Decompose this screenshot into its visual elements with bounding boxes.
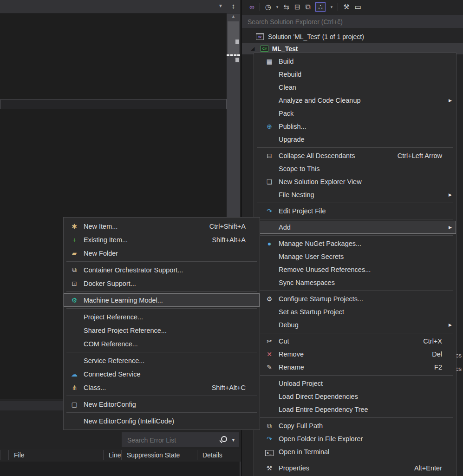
solution-explorer-search-input[interactable]	[247, 15, 453, 29]
menu-item-new-editorconfig-intellicode[interactable]: New EditorConfig (IntelliCode)	[64, 414, 260, 428]
show-all-files-icon[interactable]: ⧉	[305, 3, 310, 11]
menu-item-upgrade[interactable]: Upgrade	[254, 133, 456, 146]
add-submenu: ✱New Item...Ctrl+Shift+A+Existing Item..…	[63, 217, 260, 430]
search-dropdown-icon[interactable]: ▼	[231, 438, 235, 443]
navbar-dropdown-icon[interactable]: ▼	[218, 3, 223, 8]
menu-separator	[257, 417, 453, 418]
menu-item-label: Build	[279, 58, 442, 65]
submenu-arrow-icon: ▶	[449, 98, 456, 103]
build-icon: ▦	[263, 58, 275, 65]
menu-item-label: Container Orchestrator Support...	[84, 266, 246, 274]
scrollbar-thumb[interactable]	[228, 21, 239, 54]
column-header-details[interactable]: Details	[197, 450, 228, 460]
menu-item-sync-namespaces[interactable]: Sync Namespaces	[254, 276, 456, 289]
menu-item-edit-project-file[interactable]: ↷Edit Project File	[254, 205, 456, 218]
menu-item-new-item[interactable]: ✱New Item...Ctrl+Shift+A	[64, 219, 260, 233]
menu-item-project-reference[interactable]: Project Reference...	[64, 310, 260, 324]
project-label: ML_Test	[272, 45, 298, 53]
menu-separator	[66, 352, 257, 352]
column-header-blank[interactable]	[0, 450, 8, 460]
properties-icon[interactable]: ⚒	[343, 3, 349, 11]
menu-item-copy-full-path[interactable]: ⧉Copy Full Path	[254, 419, 456, 432]
menu-separator	[66, 308, 257, 309]
menu-item-label: Analyze and Code Cleanup	[279, 97, 442, 104]
menu-item-set-as-startup-project[interactable]: Set as Startup Project	[254, 305, 456, 318]
column-header-suppression-state[interactable]: Suppression State	[121, 450, 197, 460]
menu-item-machine-learning-model[interactable]: ⚙Machine Learning Model...	[64, 293, 260, 307]
menu-item-cut[interactable]: ✂CutCtrl+X	[254, 335, 456, 348]
ml-model-icon: ⚙	[68, 297, 80, 304]
menu-item-new-folder[interactable]: ▰New Folder	[64, 246, 260, 260]
menu-item-publish[interactable]: ⊕Publish...	[254, 120, 456, 133]
menu-item-file-nesting[interactable]: File Nesting▶	[254, 188, 456, 201]
splitter-line[interactable]	[227, 54, 240, 56]
solution-label: Solution 'ML_Test' (1 of 1 project)	[268, 33, 364, 40]
dropdown-caret-icon[interactable]: ▾	[331, 3, 333, 11]
dropdown-caret-icon[interactable]: ▾	[276, 3, 279, 11]
menu-item-label: Add	[279, 224, 442, 231]
menu-item-label: New EditorConfig	[84, 401, 246, 408]
menu-item-properties[interactable]: ⚒PropertiesAlt+Enter	[254, 462, 456, 475]
menu-item-docker-support[interactable]: ⊡Docker Support...	[64, 277, 260, 290]
collapse-descendants-icon: ⊟	[263, 152, 275, 159]
column-header-file[interactable]: File	[8, 450, 103, 460]
sync-with-active-document-icon[interactable]: ⇆	[283, 3, 289, 11]
menu-item-shared-project-reference[interactable]: Shared Project Reference...	[64, 324, 260, 337]
editor-empty-field[interactable]	[0, 99, 227, 109]
edit-project-file-icon: ↷	[263, 207, 275, 215]
switch-views-icon[interactable]: ∞	[249, 3, 254, 11]
scroll-up-icon[interactable]: ▲	[227, 14, 240, 19]
submenu-arrow-icon: ▶	[449, 192, 456, 197]
menu-item-rename[interactable]: ✎RenameF2	[254, 361, 456, 374]
pending-changes-filter-icon[interactable]: ◷	[265, 3, 271, 11]
menu-item-label: Load Direct Dependencies	[279, 393, 442, 400]
menu-item-remove-unused-references[interactable]: Remove Unused References...	[254, 263, 456, 276]
menu-item-debug[interactable]: Debug▶	[254, 318, 456, 331]
menu-item-add[interactable]: Add▶	[254, 221, 456, 234]
menu-item-collapse-all-descendants[interactable]: ⊟Collapse All DescendantsCtrl+Left Arrow	[254, 149, 456, 162]
menu-item-build[interactable]: ▦Build	[254, 55, 456, 68]
menu-item-rebuild[interactable]: Rebuild	[254, 68, 456, 81]
menu-item-service-reference[interactable]: Service Reference...	[64, 354, 260, 367]
menu-item-new-solution-explorer-view[interactable]: ❏New Solution Explorer View	[254, 175, 456, 188]
tree-item-solution[interactable]: ∞ Solution 'ML_Test' (1 of 1 project)	[242, 31, 463, 42]
menu-item-label: New EditorConfig (IntelliCode)	[84, 417, 246, 425]
menu-item-configure-startup-projects[interactable]: ⚙Configure Startup Projects...	[254, 292, 456, 305]
error-list-search-box[interactable]: ▼	[122, 432, 239, 447]
solution-explorer-search-box[interactable]	[242, 15, 463, 28]
menu-item-unload-project[interactable]: Unload Project	[254, 377, 456, 390]
collapse-all-icon[interactable]: ⊟	[294, 3, 300, 11]
split-editor-handle-icon[interactable]: ↕	[227, 0, 240, 13]
menu-item-container-orchestrator-support[interactable]: ⧉Container Orchestrator Support...	[64, 263, 260, 277]
error-list-body	[0, 462, 241, 476]
menu-item-manage-nuget-packages[interactable]: ●Manage NuGet Packages...	[254, 237, 456, 250]
menu-item-existing-item[interactable]: +Existing Item...Shift+Alt+A	[64, 233, 260, 246]
column-header-line[interactable]: Line	[103, 450, 121, 460]
menu-item-clean[interactable]: Clean	[254, 81, 456, 94]
editor-navigation-bar: ▼	[0, 0, 227, 13]
menu-separator	[257, 333, 453, 333]
menu-item-label: Pack	[279, 110, 442, 117]
menu-item-open-in-terminal[interactable]: >_Open in Terminal	[254, 445, 456, 458]
menu-item-load-direct-dependencies[interactable]: Load Direct Dependencies	[254, 390, 456, 403]
menu-item-analyze-and-code-cleanup[interactable]: Analyze and Code Cleanup▶	[254, 94, 456, 107]
menu-item-com-reference[interactable]: COM Reference...	[64, 337, 260, 350]
menu-item-label: Clean	[279, 84, 442, 91]
menu-item-pack[interactable]: Pack	[254, 107, 456, 120]
preview-selected-items-icon[interactable]: ▭	[355, 3, 361, 11]
menu-item-new-editorconfig[interactable]: ▢New EditorConfig	[64, 397, 260, 411]
menu-item-load-entire-dependency-tree[interactable]: Load Entire Dependency Tree	[254, 403, 456, 416]
menu-separator	[257, 219, 453, 219]
error-list-search-input[interactable]	[126, 432, 216, 448]
menu-item-shortcut: F2	[434, 364, 442, 371]
menu-item-manage-user-secrets[interactable]: Manage User Secrets	[254, 250, 456, 263]
menu-item-remove[interactable]: ✕RemoveDel	[254, 348, 456, 361]
new-folder-icon: ▰	[68, 250, 80, 257]
menu-item-label: COM Reference...	[84, 340, 246, 348]
track-active-item-icon[interactable]: ∴	[315, 2, 326, 12]
menu-item-connected-service[interactable]: ☁Connected Service	[64, 367, 260, 381]
menu-item-class[interactable]: ⋔Class...Shift+Alt+C	[64, 381, 260, 394]
menu-item-scope-to-this[interactable]: Scope to This	[254, 162, 456, 175]
expand-arrow-icon[interactable]: ◢	[251, 46, 254, 52]
menu-item-open-folder-in-file-explorer[interactable]: ↷Open Folder in File Explorer	[254, 432, 456, 445]
